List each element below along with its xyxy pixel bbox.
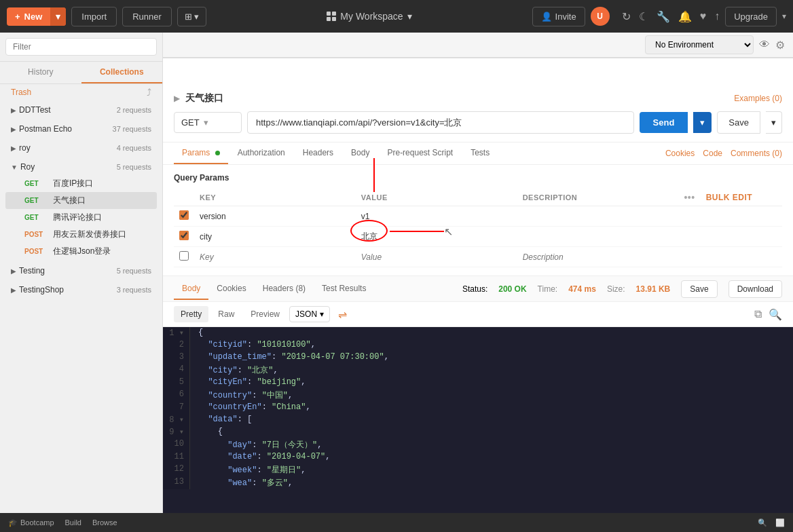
request-item[interactable]: GET 腾讯评论接口 (5, 209, 157, 226)
code-line: 7 "countryEn": "China", (163, 402, 793, 414)
person-icon[interactable]: ↑ (714, 10, 720, 22)
param-checkbox[interactable] (179, 231, 189, 240)
moon-icon[interactable]: ☾ (639, 10, 648, 23)
collection-header[interactable]: ▶ Postman Echo 37 requests (5, 121, 157, 137)
code-action[interactable]: Code (703, 149, 722, 158)
preview-tab[interactable]: Preview (244, 306, 287, 322)
collection-header[interactable]: ▶ roy 4 requests (5, 140, 157, 156)
request-title-bar: ▶ 天气接口 Examples (0) (174, 92, 782, 104)
request-item-tianqi[interactable]: GET 天气接口 (5, 192, 157, 209)
search-icon[interactable]: 🔍 (769, 308, 782, 321)
new-key-input[interactable] (200, 252, 350, 262)
response-tab-body[interactable]: Body (174, 278, 208, 300)
line-number: 2 (163, 339, 190, 352)
param-desc (517, 206, 679, 227)
trash-label[interactable]: Trash (11, 88, 31, 97)
code-line: 9 ▾ { (163, 426, 793, 438)
sidebar-search-area (0, 33, 162, 62)
sync-icon[interactable]: ↻ (622, 10, 631, 23)
user-avatar[interactable]: U (591, 7, 610, 26)
examples-link[interactable]: Examples (0) (734, 94, 782, 103)
response-tab-headers[interactable]: Headers (8) (255, 278, 314, 300)
collection-header[interactable]: ▼ Roy 5 requests (5, 159, 157, 175)
runner-button[interactable]: Runner (122, 7, 172, 26)
raw-tab[interactable]: Raw (211, 306, 241, 322)
import-button[interactable]: Import (71, 7, 117, 26)
annotation-line (390, 231, 444, 232)
new-desc-input[interactable] (523, 252, 674, 262)
request-item[interactable]: POST 住逻辑Json登录 (5, 243, 157, 260)
new-value-input[interactable] (361, 252, 512, 262)
download-button[interactable]: Download (729, 280, 782, 298)
send-button[interactable]: Send (640, 112, 688, 133)
request-item[interactable]: GET 百度IP接口 (5, 175, 157, 192)
method-select[interactable]: GET ▾ (174, 112, 242, 133)
bell-icon[interactable]: 🔔 (678, 10, 692, 23)
response-tab-cookies[interactable]: Cookies (208, 278, 254, 300)
collection-header[interactable]: ▶ TestingShop 3 requests (5, 282, 157, 298)
response-tab-test-results[interactable]: Test Results (314, 278, 374, 300)
send-dropdown-button[interactable]: ▾ (693, 112, 712, 133)
param-checkbox[interactable] (179, 210, 189, 220)
heart-icon[interactable]: ♥ (700, 10, 707, 22)
line-content: "cityEn": "beijing", (190, 377, 793, 389)
req-tab-headers[interactable]: Headers (295, 142, 342, 164)
method-badge: GET (24, 197, 49, 204)
code-line: 1 ▾ { (163, 327, 793, 339)
bottom-search-icon[interactable]: 🔍 (758, 518, 767, 527)
workspace-selector[interactable]: My Workspace ▾ (327, 11, 411, 22)
new-dropdown-arrow[interactable]: ▾ (50, 7, 66, 26)
url-input[interactable] (247, 111, 634, 134)
format-select[interactable]: JSON ▾ (289, 306, 330, 322)
tools-icon[interactable]: 🔧 (657, 10, 670, 23)
upgrade-arrow[interactable]: ▾ (782, 12, 786, 21)
eye-icon[interactable]: 👁 (759, 39, 770, 51)
collection-header[interactable]: ▶ DDTTest 2 requests (5, 102, 157, 118)
save-dropdown-button[interactable]: ▾ (766, 111, 782, 134)
copy-icon[interactable]: ⧉ (754, 308, 762, 321)
tab-history[interactable]: History (0, 62, 81, 83)
search-input[interactable] (5, 38, 157, 56)
build-item[interactable]: Build (65, 518, 81, 527)
request-item[interactable]: POST 用友云新发债券接口 (5, 226, 157, 243)
environment-select[interactable]: No Environment (645, 35, 754, 54)
key-column-header: KEY (194, 189, 356, 206)
save-button[interactable]: Save (717, 111, 760, 134)
line-content: "wea": "多云", (190, 476, 793, 489)
browse-item[interactable]: Browse (92, 518, 117, 527)
tab-collections[interactable]: Collections (81, 62, 163, 83)
cookies-action[interactable]: Cookies (665, 149, 695, 158)
bottom-console-icon[interactable]: ⬜ (775, 518, 785, 527)
line-number: 13 (163, 476, 190, 489)
chevron-down-icon: ▼ (11, 164, 18, 171)
save-response-button[interactable]: Save (681, 280, 717, 298)
invite-button[interactable]: 👤 Invite (532, 7, 585, 26)
response-status: Status: 200 OK Time: 474 ms Size: 13.91 … (462, 280, 782, 298)
method-badge: GET (24, 180, 49, 187)
collection-header[interactable]: ▶ Testing 5 requests (5, 263, 157, 279)
bootcamp-item[interactable]: 🎓 Bootcamp (8, 518, 54, 527)
req-tab-body[interactable]: Body (343, 142, 377, 164)
gear-icon[interactable]: ⚙ (775, 39, 785, 52)
response-body-tabs: Pretty Raw Preview JSON ▾ ⇌ ⧉ 🔍 (163, 302, 793, 327)
more-options-icon[interactable]: ••• (684, 192, 695, 203)
line-number: 5 (163, 377, 190, 389)
code-line: 8 ▾ "data": [ (163, 414, 793, 426)
collapse-arrow[interactable]: ▶ (174, 94, 180, 103)
new-button[interactable]: + New ▾ (7, 7, 66, 26)
code-line: 12 "week": "星期日", (163, 463, 793, 476)
bulk-edit-button[interactable]: Bulk Edit (706, 193, 753, 202)
req-tab-prerequest[interactable]: Pre-request Script (379, 142, 461, 164)
param-checkbox[interactable] (179, 251, 189, 261)
upgrade-button[interactable]: Upgrade (725, 7, 777, 26)
pretty-tab[interactable]: Pretty (174, 306, 208, 322)
export-icon[interactable]: ⤴ (147, 87, 151, 98)
comments-action[interactable]: Comments (0) (731, 149, 782, 158)
wrap-icon[interactable]: ⇌ (338, 308, 347, 321)
collection-testing: ▶ Testing 5 requests (0, 261, 162, 280)
layout-button[interactable]: ⊞ ▾ (177, 7, 207, 26)
req-tab-params[interactable]: Params (174, 142, 228, 164)
code-line: 4 "city": "北京", (163, 364, 793, 377)
req-tab-auth[interactable]: Authorization (229, 142, 293, 164)
req-tab-tests[interactable]: Tests (462, 142, 498, 164)
